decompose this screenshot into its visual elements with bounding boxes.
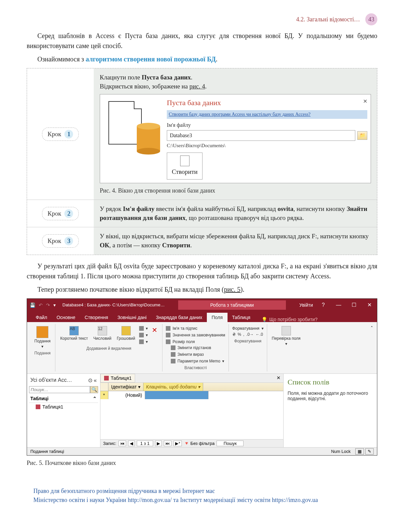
redo-icon[interactable]: ↷	[46, 302, 50, 308]
percent-format-icon[interactable]: %	[238, 332, 241, 337]
tab-file[interactable]: Файл	[31, 313, 52, 322]
footer-url2[interactable]: https://imzo.gov.ua	[272, 497, 318, 503]
datasheet-area: Таблиця1 ✕ Ідентифікат ▾ Клацніть, щоб д…	[100, 374, 284, 447]
default-value-button[interactable]: Значення за замовчуванням	[166, 333, 225, 337]
decrease-decimal-icon[interactable]: ←.0	[256, 332, 263, 337]
s2t7: , що розташована праворуч від цього рядк…	[185, 214, 304, 221]
quick-access-toolbar: 💾 ↶ ↷ ▾ Database4 : База даних- C:\Users…	[30, 302, 165, 308]
more-fields-button[interactable]: ▾	[139, 339, 148, 344]
memo-params-button[interactable]: Параметри поля Memo▾	[171, 359, 224, 363]
name-caption-button[interactable]: Ім'я та підпис	[166, 326, 197, 331]
column-add-new[interactable]: Клацніть, щоб додати ▾	[143, 383, 203, 391]
ds-close-icon[interactable]: ✕	[274, 374, 283, 382]
create-db-panel: Пуста база даних ✕ Створити базу даних п…	[167, 98, 367, 180]
ribbon-group-views: Подання▾ Подання	[30, 324, 55, 371]
tab-create[interactable]: Створення	[80, 313, 113, 322]
no-filter-label: Без фільтра	[190, 441, 215, 446]
step-row-1: Крок 1 Клацнути поле Пуста база даних. В…	[27, 68, 377, 200]
tab-tools[interactable]: Знаряддя бази даних	[151, 313, 207, 322]
design-view-switch-icon[interactable]: ✎	[365, 448, 374, 455]
col1-label: Ідентифікат	[111, 384, 137, 389]
tab-external[interactable]: Зовнішні дані	[113, 313, 151, 322]
last-record-icon[interactable]: ⏭	[164, 441, 171, 446]
datasheet-grid: Ідентифікат ▾ Клацніть, щоб додати ▾ * (…	[100, 383, 283, 439]
qat-dropdown-icon[interactable]: ▾	[53, 302, 56, 308]
short-text-button[interactable]: ABКороткий текст	[59, 325, 89, 341]
formatting-dropdown[interactable]: Форматування	[232, 326, 259, 331]
tell-me-search[interactable]: 💡Що потрібно зробити?	[262, 317, 317, 322]
para1-text: Серед шаблонів в Access є Пуста база дан…	[27, 32, 377, 49]
close-window-icon[interactable]: ✕	[364, 302, 374, 308]
nav-pane-header[interactable]: Усі об'єкти Acc… ⊙ «	[29, 376, 98, 385]
table-icon	[104, 376, 109, 380]
prev-record-icon[interactable]: ◀	[128, 441, 135, 446]
s3t5: .	[190, 242, 192, 249]
next-record-icon[interactable]: ▶	[155, 441, 162, 446]
nav-item-table1[interactable]: Таблиця1	[29, 403, 98, 411]
ribbon-group-validation: Перевірка поля▾	[267, 324, 305, 371]
search-icon[interactable]: 🔍	[90, 386, 98, 393]
close-icon[interactable]: ✕	[363, 98, 367, 108]
step-word: Крок	[48, 130, 61, 138]
maximize-icon[interactable]: ☐	[349, 302, 359, 308]
footer-url1[interactable]: http://mon.gov.ua/	[128, 497, 172, 503]
browse-folder-button[interactable]: 📁	[357, 131, 367, 140]
record-search-input[interactable]: Пошук	[217, 441, 244, 446]
save-icon[interactable]: 💾	[30, 302, 35, 308]
new-row-marker[interactable]: *	[100, 391, 108, 399]
datasheet-tab[interactable]: Таблиця1	[100, 374, 135, 382]
filename-input[interactable]: Database3	[167, 130, 355, 141]
column-id[interactable]: Ідентифікат ▾	[108, 383, 143, 391]
nav-group-tables[interactable]: Таблиці⌃	[29, 394, 98, 403]
nav-group-label: Таблиці	[30, 396, 48, 401]
create-button[interactable]: Створити	[167, 153, 203, 180]
nav-item-label: Таблиця1	[42, 404, 63, 410]
figure-4-dialog: Пуста база даних ✕ Створити базу даних п…	[100, 94, 371, 183]
checkbox-icon	[139, 333, 144, 337]
modify-lookup-button[interactable]: Змінити підстанов	[171, 345, 211, 350]
currency-button[interactable]: Грошовий	[115, 325, 136, 341]
twelve-text: 12	[98, 326, 102, 331]
modify-expr-button[interactable]: Змінити вираз	[171, 352, 204, 357]
increase-decimal-icon[interactable]: .0→	[246, 332, 254, 337]
tab-table[interactable]: Таблиця	[228, 313, 255, 322]
first-record-icon[interactable]: ⏮	[118, 441, 126, 446]
yesno-button[interactable]: ▾	[139, 333, 148, 337]
tab-home[interactable]: Основне	[52, 313, 80, 322]
views-label: Подання	[34, 339, 50, 343]
signin-link[interactable]: Увійти	[299, 302, 313, 308]
delete-button[interactable]: ✕	[150, 325, 159, 335]
row-selector-header[interactable]	[100, 383, 108, 391]
blank-db-icon	[103, 98, 160, 155]
new-record-icon[interactable]: ▶*	[173, 441, 182, 446]
nav-search-input[interactable]	[29, 386, 90, 393]
comma-format-icon[interactable]: ,	[243, 332, 244, 337]
new-row-add-cell[interactable]	[145, 391, 209, 399]
views-group-label: Подання	[34, 351, 50, 355]
help-icon[interactable]: ?	[318, 302, 328, 308]
help-link[interactable]: Створити базу даних програми Access чи н…	[167, 110, 367, 119]
nav-dropdown-icon[interactable]: ⊙	[88, 377, 92, 383]
datetime-button[interactable]: ▾	[139, 326, 148, 331]
field-size-button[interactable]: Розмір поля	[166, 339, 195, 344]
file-path: C:\Users\Віктор\Documents\	[167, 142, 367, 149]
ds-new-row: * (Новий)	[100, 391, 283, 399]
views-button[interactable]: Подання▾	[33, 325, 52, 349]
minimize-icon[interactable]: —	[334, 302, 344, 308]
para4a: Тепер розглянемо початкове вікно відкрит…	[37, 286, 224, 293]
tab-fields[interactable]: Поля	[207, 313, 227, 322]
datasheet-view-switch-icon[interactable]: ▦	[355, 448, 364, 455]
currency-format-icon[interactable]: ₴	[233, 332, 236, 337]
validation-button[interactable]: Перевірка поля▾	[271, 325, 302, 347]
undo-icon[interactable]: ↶	[39, 302, 43, 308]
nav-collapse-icon[interactable]: «	[94, 377, 97, 383]
s2t1: У рядок	[100, 205, 123, 212]
s1-l2c: .	[205, 83, 207, 90]
collapse-ribbon-icon[interactable]: ˄	[369, 324, 374, 371]
filter-indicator[interactable]: 🔻 Без фільтра	[184, 441, 215, 446]
new-row-id-cell[interactable]: (Новий)	[108, 391, 145, 399]
default-val-label: Значення за замовчуванням	[172, 333, 225, 337]
field-list-text: Поля, які можна додати до поточного пода…	[288, 390, 373, 401]
ribbon: Подання▾ Подання ABКороткий текст 12Числ…	[27, 322, 377, 374]
number-button[interactable]: 12Числовий	[92, 325, 113, 341]
